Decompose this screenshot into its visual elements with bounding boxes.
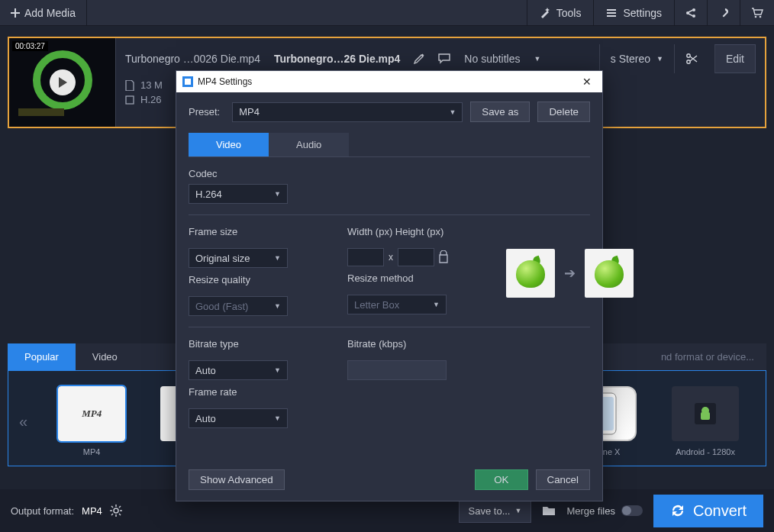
bitrate-type-label: Bitrate type [189,338,326,350]
preset-select[interactable]: MP4 ▼ [232,102,463,122]
height-input[interactable] [398,248,434,266]
svg-point-17 [114,508,118,513]
app-icon [182,76,193,87]
dialog-title: MP4 Settings [198,76,252,87]
preset-label: Preset: [189,106,220,118]
bitrate-type-select[interactable]: Auto▼ [189,360,288,380]
cart-button[interactable] [740,0,774,25]
merge-toggle[interactable] [621,505,643,516]
save-to-button[interactable]: Save to... ▼ [459,499,532,523]
x-label: x [389,252,393,263]
frame-icon [125,95,134,105]
mp4-settings-dialog: MP4 Settings ✕ Preset: MP4 ▼ Save as Del… [176,70,603,501]
rename-icon[interactable] [414,53,424,64]
svg-rect-10 [126,96,134,104]
wand-icon [540,8,550,18]
add-media-button[interactable]: Add Media [0,0,87,25]
tab-video[interactable]: Video [76,343,134,370]
plus-icon [11,8,20,18]
wrench-icon [718,8,729,18]
svg-point-9 [687,60,690,63]
delete-preset-button[interactable]: Delete [537,102,590,122]
svg-point-4 [759,15,762,18]
subtitles-icon[interactable] [438,53,450,64]
frame-size-label: Frame size [189,226,326,237]
settings-label: Settings [623,7,662,19]
tools-label: Tools [556,7,582,19]
convert-button[interactable]: Convert [653,495,763,527]
dialog-close-button[interactable]: ✕ [578,76,596,88]
refresh-icon [670,503,685,518]
merge-label: Merge files [566,505,615,517]
codec-select[interactable]: H.264▼ [189,184,288,204]
video-thumbnail[interactable]: 00:03:27 [9,38,116,127]
resize-method-label: Resize method [347,272,485,284]
lock-aspect-icon[interactable] [439,250,448,264]
chevron-down-icon: ▼ [656,55,663,63]
tools-button[interactable]: Tools [527,0,594,25]
subtitles-caret[interactable]: ▼ [534,55,541,63]
subtitles-label[interactable]: No subtitles [464,53,520,65]
resize-method-select[interactable]: Letter Box▼ [347,295,447,314]
format-search[interactable]: nd format or device... [661,351,766,363]
resize-quality-select[interactable]: Good (Fast)▼ [189,296,288,316]
resize-preview: ➔ [506,231,634,316]
menu-icon [606,8,617,18]
share-button[interactable] [674,0,707,25]
frame-size-select[interactable]: Original size▼ [189,248,288,268]
share-icon [685,8,696,18]
tab-video-settings[interactable]: Video [189,133,269,156]
bitrate-label: Bitrate (kbps) [347,338,485,350]
preview-after [585,249,634,298]
add-media-label: Add Media [24,7,76,19]
cancel-button[interactable]: Cancel [536,469,591,490]
show-advanced-button[interactable]: Show Advanced [189,469,285,490]
svg-point-8 [687,54,690,57]
top-toolbar: Add Media Tools Settings [0,0,774,26]
folder-icon[interactable] [542,505,556,516]
cart-icon [751,8,763,18]
save-as-button[interactable]: Save as [470,102,530,122]
timecode-badge: 00:03:27 [12,41,48,51]
scissors-icon [685,53,698,65]
codec-line: H.26 [140,94,161,105]
cut-button[interactable] [674,44,708,73]
wrench-button[interactable] [707,0,740,25]
output-format-value: MP4 [82,505,102,517]
codec-label: Codec [189,168,590,179]
play-icon [58,77,67,88]
format-prev[interactable]: « [19,413,27,430]
edit-button[interactable]: Edit [714,44,756,73]
bitrate-input[interactable] [347,360,447,380]
tab-audio-settings[interactable]: Audio [269,133,349,156]
svg-rect-19 [185,79,191,85]
ok-button[interactable]: OK [475,469,527,490]
resize-quality-label: Resize quality [189,274,326,285]
svg-rect-16 [701,412,710,420]
toolbar-spacer [87,0,527,25]
svg-rect-7 [18,108,64,116]
audio-summary[interactable]: s Stereo ▼ [599,44,674,73]
format-android[interactable]: Android - 1280x [667,386,743,456]
frame-rate-select[interactable]: Auto▼ [189,408,288,428]
file-icon [125,80,134,91]
preview-before [506,249,555,298]
dialog-titlebar[interactable]: MP4 Settings ✕ [176,71,602,92]
svg-point-3 [755,15,757,18]
width-height-label: Width (px) Height (px) [347,226,485,237]
file-name-short: Turbonegro…26 Die.mp4 [274,53,400,65]
play-button[interactable] [50,69,76,95]
file-name-long: Turbonegro …0026 Die.mp4 [125,53,260,65]
tab-popular[interactable]: Popular [8,343,76,370]
format-mp4[interactable]: MP4 MP4 [53,386,130,456]
frame-rate-label: Frame rate [189,386,326,398]
settings-button[interactable]: Settings [593,0,674,25]
width-input[interactable] [347,248,384,266]
arrow-right-icon: ➔ [564,265,576,282]
file-size: 13 M [140,79,163,91]
output-format-gear[interactable] [110,505,122,517]
output-format-label: Output format: [11,505,74,517]
